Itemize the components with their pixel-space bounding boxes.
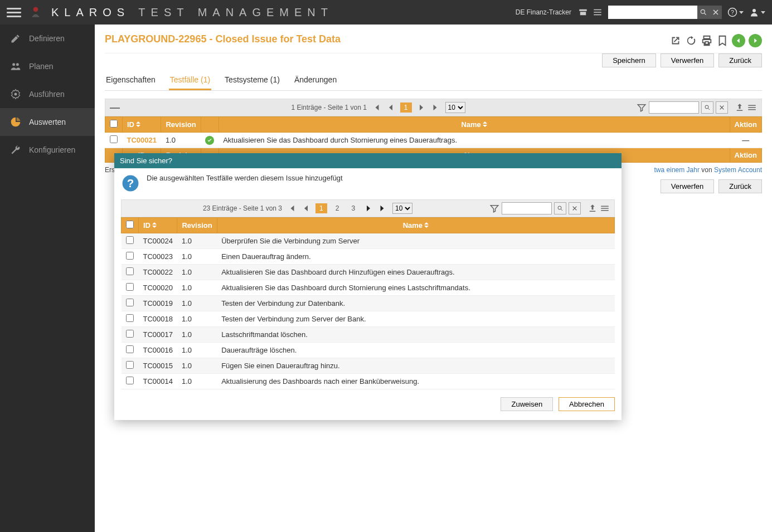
klaros-logo-icon bbox=[28, 4, 43, 20]
archive-icon[interactable] bbox=[578, 7, 588, 17]
svg-text:?: ? bbox=[731, 9, 734, 16]
help-menu[interactable]: ? bbox=[727, 7, 744, 17]
global-search-clear[interactable] bbox=[710, 6, 722, 19]
list-icon[interactable] bbox=[593, 7, 603, 17]
svg-point-0 bbox=[33, 7, 38, 12]
global-search-button[interactable] bbox=[697, 6, 710, 19]
project-name[interactable]: DE Finanz-Tracker bbox=[516, 8, 571, 16]
global-search-input[interactable] bbox=[608, 6, 697, 19]
hamburger-menu-icon[interactable] bbox=[7, 5, 21, 19]
svg-point-4 bbox=[752, 9, 756, 12]
user-menu[interactable] bbox=[749, 7, 765, 17]
svg-point-1 bbox=[701, 9, 705, 13]
topbar: KLAROS TEST MANAGEMENT DE Finanz-Tracker… bbox=[0, 0, 772, 25]
brand-text: KLAROS TEST MANAGEMENT bbox=[51, 6, 333, 19]
